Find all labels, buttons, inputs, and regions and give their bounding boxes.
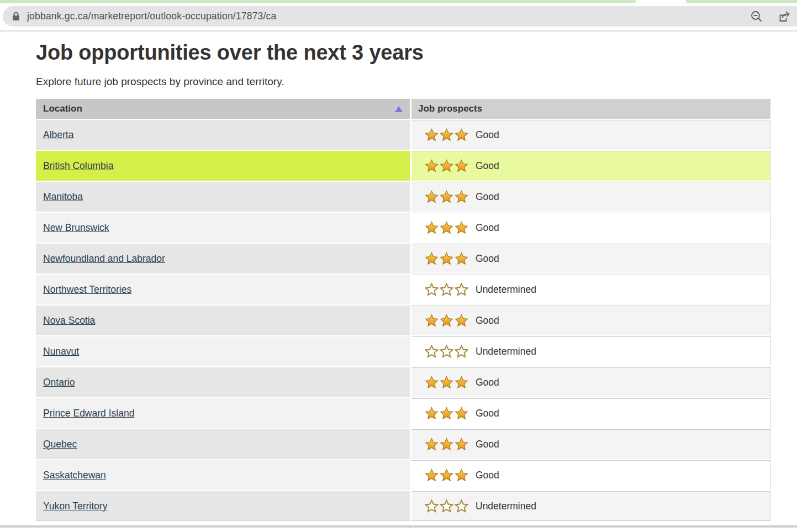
star-rating	[425, 499, 468, 513]
table-row: Alberta Good	[36, 120, 770, 150]
location-cell: Alberta	[36, 120, 410, 150]
location-link[interactable]: Nova Scotia	[43, 315, 95, 326]
lock-icon[interactable]	[11, 11, 21, 24]
sort-ascending-icon	[395, 106, 403, 112]
star-rating	[425, 314, 468, 327]
column-header-location[interactable]: Location	[36, 99, 410, 119]
star-icon	[440, 128, 453, 141]
location-link[interactable]: Quebec	[43, 439, 77, 450]
location-link[interactable]: Nunavut	[43, 346, 79, 357]
star-rating	[425, 190, 468, 203]
prospects-label: Good	[476, 408, 499, 419]
job-prospects-cell: Good	[411, 120, 770, 150]
prospects-label: Good	[476, 315, 499, 326]
star-icon	[425, 345, 439, 358]
table-header-row: Location Job prospects	[36, 99, 770, 119]
job-prospects-cell: Good	[411, 305, 770, 335]
location-link[interactable]: New Brunswick	[43, 222, 109, 234]
theme-strip-left	[0, 0, 636, 3]
location-header-label: Location	[43, 103, 82, 114]
job-prospects-table: Location Job prospects Alberta Good Brit…	[36, 99, 770, 521]
table-row: Prince Edward Island Good	[36, 398, 770, 428]
star-rating	[425, 376, 468, 389]
page-subtitle: Explore future job prospects by province…	[36, 76, 284, 88]
star-icon	[425, 438, 439, 451]
star-icon	[440, 314, 453, 327]
table-row: New Brunswick Good	[36, 213, 770, 243]
table-row: Nunavut Undetermined	[36, 336, 770, 366]
location-cell: Northwest Territories	[36, 275, 410, 304]
column-header-job-prospects[interactable]: Job prospects	[411, 99, 770, 119]
table-row: Northwest Territories Undetermined	[36, 275, 770, 304]
star-icon	[440, 221, 453, 234]
prospects-label: Good	[476, 253, 499, 265]
page-bottom-divider	[0, 525, 797, 528]
star-rating	[425, 252, 468, 265]
browser-chrome: jobbank.gc.ca/marketreport/outlook-occup…	[0, 0, 797, 31]
prospects-label: Good	[476, 222, 499, 234]
star-icon	[455, 376, 468, 389]
star-rating	[425, 221, 468, 234]
star-icon	[425, 314, 439, 327]
job-prospects-cell: Good	[411, 213, 770, 243]
star-icon	[455, 190, 468, 203]
star-icon	[425, 499, 439, 513]
prospects-label: Good	[476, 191, 499, 203]
address-bar[interactable]: jobbank.gc.ca/marketreport/outlook-occup…	[3, 6, 797, 27]
star-rating	[425, 128, 468, 141]
star-icon	[455, 283, 468, 296]
star-icon	[425, 159, 439, 172]
browser-theme-strip	[0, 0, 797, 3]
location-cell: Quebec	[36, 429, 410, 459]
table-row: Nova Scotia Good	[36, 305, 770, 335]
location-cell: Saskatchewan	[36, 460, 410, 490]
location-link[interactable]: Newfoundland and Labrador	[43, 253, 165, 265]
star-icon	[425, 252, 439, 265]
job-prospects-cell: Undetermined	[411, 491, 770, 521]
star-icon	[455, 499, 468, 513]
star-icon	[440, 407, 453, 420]
star-icon	[455, 407, 468, 420]
location-link[interactable]: Northwest Territories	[43, 284, 131, 296]
location-link[interactable]: Saskatchewan	[43, 470, 106, 481]
star-icon	[440, 345, 453, 358]
page-title: Job opportunities over the next 3 years	[36, 41, 424, 65]
table-row: Newfoundland and Labrador Good	[36, 244, 770, 273]
job-prospects-cell: Good	[411, 460, 770, 490]
location-link[interactable]: Prince Edward Island	[43, 408, 134, 419]
share-icon[interactable]	[778, 10, 791, 23]
table-row: Ontario Good	[36, 367, 770, 397]
prospects-label: Good	[476, 129, 499, 141]
star-icon	[425, 468, 439, 482]
job-prospects-cell: Good	[411, 182, 770, 212]
location-link[interactable]: Alberta	[43, 129, 73, 141]
url-text[interactable]: jobbank.gc.ca/marketreport/outlook-occup…	[27, 10, 277, 22]
zoom-out-icon[interactable]	[750, 10, 763, 23]
location-link[interactable]: Manitoba	[43, 191, 83, 203]
table-row: Quebec Good	[36, 429, 770, 459]
job-prospects-cell: Undetermined	[411, 275, 770, 304]
location-link[interactable]: British Columbia	[43, 160, 113, 172]
location-cell: Yukon Territory	[36, 491, 410, 521]
location-cell: British Columbia	[36, 151, 410, 181]
table-row: Yukon Territory Undetermined	[36, 491, 770, 521]
star-icon	[440, 252, 453, 265]
location-cell: New Brunswick	[36, 213, 410, 243]
star-icon	[455, 128, 468, 141]
prospects-label: Good	[476, 160, 499, 172]
star-icon	[455, 314, 468, 327]
star-icon	[440, 159, 453, 172]
job-prospects-cell: Good	[411, 244, 770, 273]
prospects-label: Undetermined	[476, 346, 536, 357]
star-icon	[440, 438, 453, 451]
star-rating	[425, 438, 468, 451]
job-prospects-cell: Good	[411, 429, 770, 459]
table-row: British Columbia Good	[36, 151, 770, 181]
table-body: Alberta Good British Columbia Good M	[36, 120, 770, 521]
location-cell: Newfoundland and Labrador	[36, 244, 410, 273]
location-link[interactable]: Ontario	[43, 377, 75, 388]
star-icon	[455, 252, 468, 265]
location-link[interactable]: Yukon Territory	[43, 501, 107, 512]
prospects-label: Good	[476, 470, 499, 481]
star-icon	[440, 376, 453, 389]
